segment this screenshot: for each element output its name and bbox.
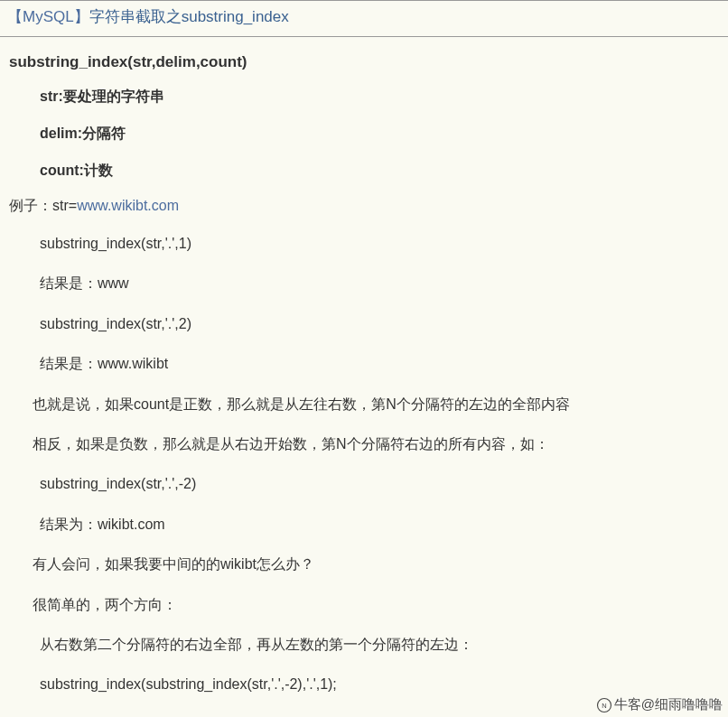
code-line: substring_index(str,'.',1) xyxy=(0,225,728,265)
result-line: 结果是：www.wikibt xyxy=(0,345,728,385)
nowcoder-logo-icon: N xyxy=(596,697,612,713)
title-bracket-close: 】 xyxy=(74,8,89,25)
explanation-line: 也就是说，如果count是正数，那么就是从左往右数，第N个分隔符的左边的全部内容 xyxy=(0,386,728,425)
param-count: count:计数 xyxy=(0,153,728,190)
result-line: 结果是：www xyxy=(0,265,728,304)
svg-text:N: N xyxy=(602,702,606,710)
title-bracket-open: 【 xyxy=(7,8,23,25)
watermark-text: 牛客@细雨噜噜噜 xyxy=(614,696,723,712)
param-str: str:要处理的字符串 xyxy=(0,79,728,116)
article-title[interactable]: 【MySQL】字符串截取之substring_index xyxy=(0,1,728,37)
explanation-line: 从右数第二个分隔符的右边全部，再从左数的第一个分隔符的左边： xyxy=(0,626,728,666)
code-line: substring_index(str,'.',-2) xyxy=(0,465,728,505)
question-line: 有人会问，如果我要中间的的wikibt怎么办？ xyxy=(0,545,728,585)
function-signature: substring_index(str,delim,count) xyxy=(0,37,728,79)
result-line: 结果为：wikibt.com xyxy=(0,506,728,545)
example-intro: 例子：str=www.wikibt.com xyxy=(0,190,728,225)
title-category: MySQL xyxy=(23,8,74,25)
watermark: N牛客@细雨噜噜噜 xyxy=(596,696,723,713)
explanation-line: 相反，如果是负数，那么就是从右边开始数，第N个分隔符右边的所有内容，如： xyxy=(0,425,728,465)
example-link[interactable]: www.wikibt.com xyxy=(77,198,179,213)
article-body: 【MySQL】字符串截取之substring_index substring_i… xyxy=(0,0,728,706)
code-line: substring_index(str,'.',2) xyxy=(0,305,728,345)
param-delim: delim:分隔符 xyxy=(0,116,728,153)
example-prefix: 例子：str= xyxy=(9,198,77,213)
answer-line: 很简单的，两个方向： xyxy=(0,586,728,626)
title-text: 字符串截取之substring_index xyxy=(89,8,289,25)
